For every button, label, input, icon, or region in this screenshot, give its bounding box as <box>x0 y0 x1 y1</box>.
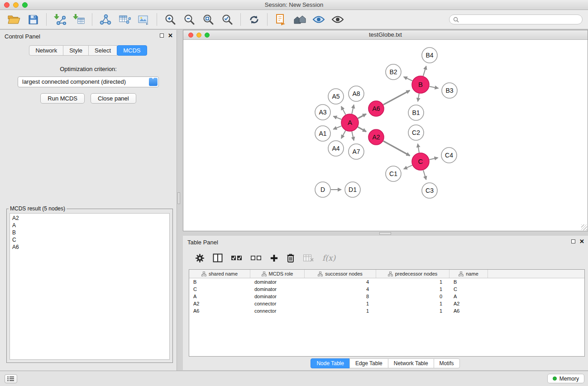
column-header-predecessor-nodes[interactable]: predecessor nodes <box>376 270 449 278</box>
mcds-result-item[interactable]: B <box>12 229 167 236</box>
import-network-button[interactable] <box>52 12 68 27</box>
table-row[interactable]: Adominator80A <box>189 293 584 300</box>
table-row[interactable]: Cdominator41C <box>189 286 584 293</box>
graph-node-C4[interactable]: C4 <box>441 148 457 163</box>
open-session-button[interactable] <box>6 12 22 27</box>
mcds-result-item[interactable]: A6 <box>12 243 167 251</box>
graph-node-D[interactable]: D <box>315 182 330 197</box>
graph-node-A6[interactable]: A6 <box>368 101 384 116</box>
tab-mcds[interactable]: MCDS <box>117 45 147 56</box>
column-header-successor-nodes[interactable]: successor nodes <box>305 270 376 278</box>
graph-node-D1[interactable]: D1 <box>345 182 360 197</box>
window-titlebar[interactable]: Session: New Session <box>0 0 588 10</box>
graph-node-A8[interactable]: A8 <box>349 86 364 101</box>
search-box[interactable] <box>449 14 583 24</box>
graph-node-B[interactable]: B <box>412 76 429 93</box>
save-session-button[interactable] <box>25 12 41 27</box>
search-input[interactable] <box>461 16 578 23</box>
welcome-screen-button[interactable] <box>292 12 308 27</box>
graph-node-A7[interactable]: A7 <box>349 144 364 159</box>
graph-edge-B-B1[interactable] <box>418 94 419 102</box>
graph-edge-A-A8[interactable] <box>352 105 354 114</box>
graph-edge-A-A3[interactable] <box>333 116 341 119</box>
graph-edge-B-B3[interactable] <box>430 86 439 88</box>
mcds-result-item[interactable]: A <box>12 222 167 229</box>
tab-network[interactable]: Network <box>29 45 63 56</box>
graph-node-B3[interactable]: B3 <box>442 83 457 98</box>
graph-edge-A2-C[interactable] <box>383 141 410 156</box>
show-panel-button[interactable] <box>272 12 289 27</box>
create-column-button[interactable] <box>270 254 278 262</box>
column-header-MCDS-role[interactable]: MCDS role <box>250 270 305 278</box>
float-table-panel-icon[interactable] <box>571 239 575 243</box>
tab-style[interactable]: Style <box>63 45 89 56</box>
graph-edge-A-A2[interactable] <box>358 127 367 132</box>
graph-node-C2[interactable]: C2 <box>408 125 424 140</box>
zoom-in-button[interactable] <box>162 12 178 27</box>
task-monitor-button[interactable] <box>5 374 17 383</box>
new-network-button[interactable] <box>97 12 114 27</box>
graph-node-B2[interactable]: B2 <box>386 64 401 80</box>
network-graph[interactable]: AA6A2BCA5A8A3A1A4A7B2B4B3B1C2C4C1C3DD1 <box>183 40 588 231</box>
tab-motifs[interactable]: Motifs <box>434 358 460 368</box>
deselect-all-columns-button[interactable] <box>250 254 262 262</box>
mcds-result-item[interactable]: C <box>12 236 167 243</box>
graph-edge-A6-B[interactable] <box>383 91 410 105</box>
run-mcds-button[interactable]: Run MCDS <box>40 93 85 104</box>
zoom-network-button[interactable] <box>205 33 210 38</box>
function-builder-button[interactable]: f(x) <box>322 253 335 262</box>
tab-node-table[interactable]: Node Table <box>311 358 350 368</box>
tab-select[interactable]: Select <box>88 45 117 56</box>
refresh-layout-button[interactable] <box>246 12 262 27</box>
graph-edge-C-C2[interactable] <box>418 144 419 153</box>
graph-edge-B-B4[interactable] <box>423 66 426 76</box>
graph-node-A3[interactable]: A3 <box>315 105 330 120</box>
column-header-name[interactable]: name <box>449 270 488 278</box>
delete-column-button[interactable] <box>287 253 295 263</box>
show-columns-button[interactable] <box>213 253 223 262</box>
graph-node-B1[interactable]: B1 <box>408 105 424 120</box>
mcds-result-item[interactable]: A2 <box>12 214 167 222</box>
graph-edge-C-C4[interactable] <box>430 157 438 159</box>
table-row[interactable]: A6connector11A6 <box>189 307 584 315</box>
graph-node-A[interactable]: A <box>341 114 359 131</box>
select-all-columns-button[interactable] <box>231 254 242 262</box>
resize-grip[interactable] <box>581 224 587 230</box>
graph-node-C1[interactable]: C1 <box>386 166 401 181</box>
tab-network-table[interactable]: Network Table <box>388 358 434 368</box>
graph-edge-C-C1[interactable] <box>404 165 412 169</box>
style-preview-button[interactable] <box>311 12 327 27</box>
float-panel-icon[interactable] <box>160 33 164 38</box>
network-canvas[interactable]: AA6A2BCA5A8A3A1A4A7B2B4B3B1C2C4C1C3DD1 <box>183 40 588 231</box>
graph-edge-A-A6[interactable] <box>358 114 366 119</box>
zoom-fit-button[interactable] <box>200 12 216 27</box>
network-window-titlebar[interactable]: testGlobe.txt <box>183 30 588 40</box>
optimization-dropdown[interactable]: largest connected component (directed) <box>18 76 159 87</box>
import-table-button[interactable] <box>71 12 87 27</box>
memory-button[interactable]: Memory <box>547 374 584 383</box>
column-header-shared-name[interactable]: shared name <box>189 270 250 278</box>
close-panel-icon[interactable]: ✕ <box>168 33 173 38</box>
close-panel-button[interactable]: Close panel <box>91 93 136 104</box>
splitter-handle-horizontal[interactable] <box>379 232 391 235</box>
minimize-network-button[interactable] <box>196 33 201 38</box>
graph-edge-A-A5[interactable] <box>341 106 346 114</box>
tab-edge-table[interactable]: Edge Table <box>349 358 388 368</box>
graph-node-C[interactable]: C <box>412 153 429 170</box>
zoom-out-button[interactable] <box>181 12 197 27</box>
graph-node-A1[interactable]: A1 <box>315 126 330 141</box>
graph-node-A4[interactable]: A4 <box>328 141 344 156</box>
graph-edge-B-B2[interactable] <box>404 77 412 81</box>
mcds-result-list[interactable]: A2ABCA6 <box>10 213 170 360</box>
graph-edge-A-A7[interactable] <box>352 132 354 141</box>
graph-node-B4[interactable]: B4 <box>422 48 437 63</box>
table-row[interactable]: A2connector11A2 <box>189 300 584 307</box>
delete-table-button[interactable] <box>303 253 314 262</box>
table-settings-button[interactable] <box>195 253 205 263</box>
splitter-handle-vertical[interactable] <box>177 192 180 204</box>
graph-edge-A-A4[interactable] <box>341 131 346 138</box>
graphics-details-button[interactable] <box>330 12 346 27</box>
export-image-button[interactable] <box>135 12 152 27</box>
graph-edge-C-C3[interactable] <box>423 170 426 180</box>
close-network-button[interactable] <box>188 33 193 38</box>
